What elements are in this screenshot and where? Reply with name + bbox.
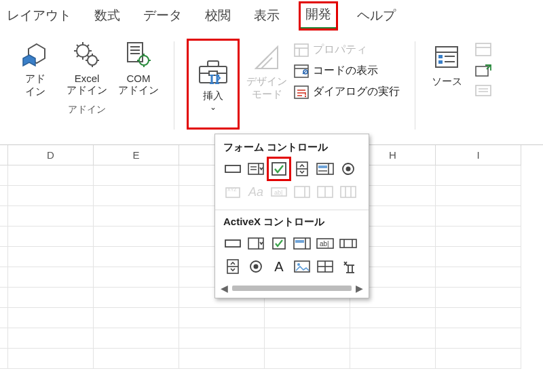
addins-icon	[20, 40, 50, 70]
svg-rect-80	[341, 187, 356, 197]
excel-addins-label: Excel アドイン	[67, 73, 107, 97]
activex-controls-title: ActiveX コントロール	[215, 213, 369, 233]
separator	[415, 41, 415, 130]
form-controls-grid: XYZ Aa ab|	[215, 158, 369, 207]
ax-more-icon[interactable]	[337, 256, 359, 277]
svg-line-7	[77, 45, 79, 47]
scroll-track[interactable]	[232, 286, 352, 291]
svg-point-71	[346, 167, 351, 172]
xml-extra-column	[471, 37, 491, 97]
svg-rect-66	[317, 163, 333, 174]
properties-column: プロパティ コードの表示 ダイアログの実行	[291, 37, 402, 99]
form-listbox-icon[interactable]	[314, 158, 336, 180]
svg-rect-55	[476, 85, 491, 96]
svg-point-98	[254, 264, 259, 269]
svg-point-20	[139, 56, 149, 65]
ax-scrollbar-icon[interactable]	[337, 233, 359, 254]
ax-textbox-icon[interactable]: ab|	[314, 233, 336, 254]
tab-review[interactable]: 校閲	[202, 4, 233, 28]
svg-rect-16	[128, 43, 143, 62]
source-label: ソース	[432, 75, 462, 88]
tab-formulas[interactable]: 数式	[92, 4, 123, 28]
svg-line-31	[256, 56, 268, 68]
svg-rect-33	[295, 44, 308, 56]
com-addins-icon	[124, 40, 153, 70]
ax-image-icon[interactable]	[291, 256, 313, 277]
ax-checkbox-icon[interactable]	[268, 233, 290, 254]
ax-toggle-icon[interactable]	[314, 256, 336, 277]
svg-rect-87	[294, 238, 310, 249]
form-combo-icon[interactable]	[245, 158, 267, 180]
design-mode-label: デザイン モード	[246, 75, 287, 101]
ax-spinner-icon[interactable]	[222, 256, 244, 277]
col-header-d[interactable]: D	[8, 145, 94, 165]
insert-controls-dropdown: フォーム コントロール XYZ Aa ab| ActiveX コントロール ab…	[214, 134, 369, 298]
form-scrollbar2-icon	[337, 181, 359, 203]
svg-text:ab|: ab|	[274, 189, 282, 196]
tab-help[interactable]: ヘルプ	[354, 4, 398, 28]
form-combo2-icon	[291, 181, 313, 203]
svg-text:ab|: ab|	[320, 240, 329, 248]
form-groupbox-icon: XYZ	[222, 181, 244, 203]
design-mode-button: デザイン モード	[242, 40, 291, 104]
svg-point-100	[297, 263, 300, 266]
ax-label-icon[interactable]: A	[268, 256, 290, 277]
ax-button-icon[interactable]	[222, 233, 244, 254]
form-controls-title: フォーム コントロール	[215, 138, 369, 158]
insert-label: 挿入	[203, 90, 223, 102]
com-addins-label: COM アドイン	[118, 73, 159, 97]
svg-point-11	[88, 56, 97, 65]
ax-option-icon[interactable]	[245, 256, 267, 277]
view-code-icon	[294, 64, 309, 78]
tab-layout[interactable]: レイアウト	[4, 4, 74, 28]
svg-rect-58	[225, 165, 240, 172]
svg-rect-83	[225, 240, 240, 247]
svg-rect-26	[208, 61, 219, 66]
scroll-right-icon[interactable]: ▶	[356, 283, 363, 294]
properties-label: プロパティ	[313, 43, 367, 57]
properties-button: プロパティ	[294, 43, 400, 57]
ax-listbox-icon[interactable]	[291, 233, 313, 254]
form-checkbox-icon[interactable]	[268, 158, 290, 180]
svg-line-10	[87, 45, 89, 47]
xml-refresh-icon	[475, 83, 491, 97]
scroll-left-icon[interactable]: ◀	[221, 283, 228, 294]
dropdown-separator	[215, 210, 369, 210]
chevron-down-icon: ⌄	[210, 102, 217, 112]
form-spinner-icon[interactable]	[291, 158, 313, 180]
svg-rect-48	[438, 60, 443, 64]
form-scrollbar-icon	[314, 181, 336, 203]
svg-rect-68	[318, 165, 327, 168]
col-header-e[interactable]: E	[94, 145, 179, 165]
col-header-i[interactable]: I	[436, 145, 521, 165]
source-button[interactable]: ソース	[422, 40, 471, 91]
svg-point-43	[305, 95, 306, 96]
svg-rect-63	[272, 163, 286, 175]
excel-addins-button[interactable]: Excel アドイン	[62, 37, 111, 101]
svg-marker-1	[23, 55, 35, 66]
view-code-button[interactable]: コードの表示	[294, 64, 400, 78]
svg-rect-92	[340, 239, 356, 248]
svg-line-54	[487, 65, 491, 69]
tab-developer[interactable]: 開発	[300, 3, 337, 29]
col-header-edge	[0, 145, 8, 165]
run-dialog-button[interactable]: ダイアログの実行	[294, 85, 400, 99]
group-addins: アド イン Excel アドイン	[7, 37, 167, 116]
com-addins-button[interactable]: COM アドイン	[114, 37, 163, 101]
insert-control-button[interactable]: 挿入 ⌄	[188, 40, 238, 128]
ax-combo-icon[interactable]	[245, 233, 267, 254]
tab-view[interactable]: 表示	[251, 4, 282, 28]
addins-button[interactable]: アド イン	[11, 37, 60, 101]
group-addins-label: アドイン	[68, 104, 106, 116]
tab-data[interactable]: データ	[141, 4, 185, 28]
svg-rect-88	[295, 240, 304, 243]
svg-rect-51	[476, 43, 491, 56]
svg-rect-53	[476, 66, 488, 76]
dropdown-scrollbar[interactable]: ◀ ▶	[215, 281, 369, 295]
svg-text:XYZ: XYZ	[227, 187, 237, 192]
ribbon: アド イン Excel アドイン	[0, 33, 543, 145]
form-option-icon[interactable]	[337, 158, 359, 180]
run-dialog-icon	[294, 85, 309, 99]
form-button-icon[interactable]	[222, 158, 244, 180]
svg-rect-76	[295, 187, 310, 197]
